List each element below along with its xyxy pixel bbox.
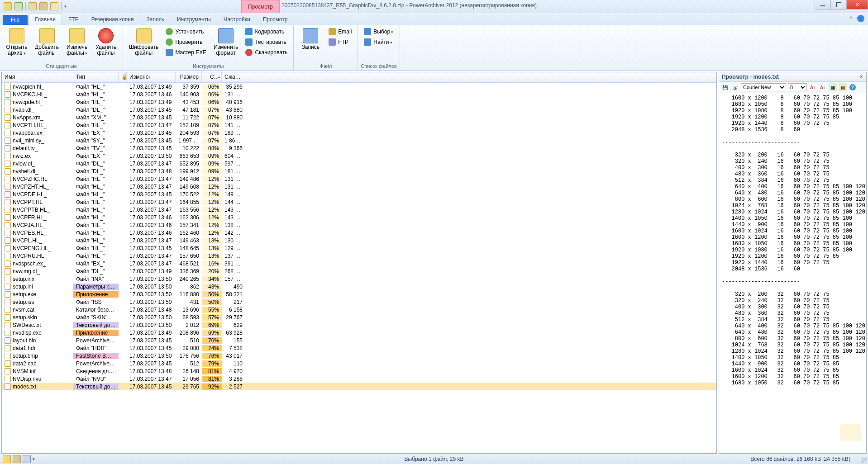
encrypt-files[interactable]: Шифроватьфайлы — [126, 26, 162, 62]
ribbon-minimize-icon[interactable]: ^ — [847, 15, 854, 22]
table-row[interactable]: NvApps.xm_Файл "XM_"17.03.2007 13:4511 7… — [2, 114, 716, 121]
exe-wizard[interactable]: Мастер EXE — [162, 47, 210, 57]
qat-icon[interactable] — [14, 2, 23, 10]
ribbon-tab[interactable]: Резервная копия — [85, 14, 140, 25]
col-lock[interactable]: 🔒 — [119, 72, 127, 82]
table-row[interactable]: modes.txtТекстовый док...17.03.2007 13:4… — [2, 383, 716, 390]
table-row[interactable]: NVCPZHC.HL_Файл "HL_"17.03.2007 13:47149… — [2, 175, 716, 183]
preview-help-icon[interactable]: ? — [849, 83, 857, 91]
table-row[interactable]: data1.hdrФайл "HDR"17.03.2007 13:4529 08… — [2, 344, 716, 352]
table-row[interactable]: NVCPDE.HL_Файл "HL_"17.03.2007 13:45170 … — [2, 190, 716, 198]
verify[interactable]: Проверить — [162, 37, 210, 47]
table-row[interactable]: nvwcpde.hl_Файл "HL_"17.03.2007 13:4943 … — [2, 98, 716, 106]
qat-dropdown-icon[interactable]: ▾ — [64, 4, 67, 9]
col-size[interactable]: Размер — [176, 72, 202, 82]
col-ratio[interactable]: С... — [202, 72, 222, 82]
table-row[interactable]: nview.dl_Файл "DL_"17.03.2007 13:47652 8… — [2, 160, 716, 167]
table-row[interactable]: layout.binPowerArchiver I...17.03.2007 1… — [2, 336, 716, 344]
table-row[interactable]: NVCPPT.HL_Файл "HL_"17.03.2007 13:47164 … — [2, 198, 716, 206]
table-row[interactable]: nv4_mini.sy_Файл "SY_"17.03.2007 13:451 … — [2, 137, 716, 144]
ribbon-tab[interactable]: Главная — [29, 14, 62, 25]
qat-icon[interactable] — [50, 2, 58, 10]
table-row[interactable]: nvappbar.ex_Файл "EX_"17.03.2007 13:4520… — [2, 129, 716, 137]
burn[interactable]: Запись — [296, 26, 324, 62]
email[interactable]: Email — [325, 27, 355, 37]
table-row[interactable]: NVCPL.HL_Файл "HL_"17.03.2007 13:47149 4… — [2, 237, 716, 244]
preview-title[interactable]: Просмотр - modes.txt × — [719, 72, 866, 82]
table-row[interactable]: setup.inxФайл "INX"17.03.2007 13:50240 2… — [2, 275, 716, 283]
table-row[interactable]: NVCPFR.HL_Файл "HL_"17.03.2007 13:46163 … — [2, 213, 716, 221]
table-row[interactable]: nvdspsch.ex_Файл "EX_"17.03.2007 13:4746… — [2, 260, 716, 267]
ribbon-tab[interactable]: Запись — [140, 14, 171, 25]
table-row[interactable]: NVDisp.nvuФайл "NVU"17.03.2007 13:4717 0… — [2, 375, 716, 383]
table-row[interactable]: NVCPES.HL_Файл "HL_"17.03.2007 13:46162 … — [2, 229, 716, 237]
change-format[interactable]: Изменитьформат — [210, 26, 241, 62]
ribbon-tab[interactable]: Настройки — [217, 14, 257, 25]
table-row[interactable]: NVCPTH.HL_Файл "HL_"17.03.2007 13:47152 … — [2, 121, 716, 129]
view-mode-icon[interactable]: ▤ — [839, 83, 847, 91]
extract-files[interactable]: Извлечьфайлы — [63, 26, 91, 62]
table-row[interactable]: NVCPZHT.HL_Файл "HL_"17.03.2007 13:47149… — [2, 183, 716, 190]
titlebar[interactable]: ▾ Просмотр 20070320085138437_R55_Graphic… — [0, 0, 868, 13]
preview-save-icon[interactable]: 💾 — [721, 83, 729, 91]
table-row[interactable]: SWDesc.txtТекстовый док...17.03.2007 13:… — [2, 321, 716, 329]
maximize-button[interactable] — [830, 0, 847, 9]
table-row[interactable]: NVCPJA.HL_Файл "HL_"17.03.2007 13:46157 … — [2, 221, 716, 229]
qat-icon[interactable] — [4, 2, 12, 10]
ribbon-tab[interactable]: Инструменты — [171, 14, 217, 25]
table-row[interactable]: nvwcplen.hl_Файл "HL_"17.03.2007 13:4937… — [2, 83, 716, 90]
font-shrink-icon[interactable]: A↓ — [819, 83, 827, 91]
table-row[interactable]: nvshell.dl_Файл "DL_"17.03.2007 13:48199… — [2, 167, 716, 175]
table-row[interactable]: nvwimg.dl_Файл "DL_"17.03.2007 13:49336 … — [2, 267, 716, 275]
font-grow-icon[interactable]: A↑ — [809, 83, 817, 91]
file-rows[interactable]: nvwcplen.hl_Файл "HL_"17.03.2007 13:4937… — [2, 83, 716, 453]
table-row[interactable]: NVCPKO.HL_Файл "HL_"17.03.2007 13:46140 … — [2, 90, 716, 98]
delete-files[interactable]: Удалитьфайлы — [92, 26, 120, 62]
preview-text[interactable]: 1600 x 1200 8 60 70 72 75 85 100 1680 x … — [719, 93, 866, 453]
close-button[interactable]: ✕ — [846, 0, 868, 9]
table-row[interactable]: nvudisp.exeПриложение17.03.2007 13:49208… — [2, 329, 716, 336]
scan[interactable]: Сканировать — [242, 47, 291, 57]
table-row[interactable]: default.tv_Файл "TV_"17.03.2007 13:4510 … — [2, 144, 716, 152]
select[interactable]: Выбор — [361, 27, 396, 37]
find[interactable]: Найти — [361, 37, 396, 47]
table-row[interactable]: nwiz.ex_Файл "EX_"17.03.2007 13:50663 65… — [2, 152, 716, 160]
file-tab[interactable]: File — [3, 15, 28, 25]
table-row[interactable]: setup.exeПриложение17.03.2007 13:50116 8… — [2, 290, 716, 298]
install[interactable]: Установить — [162, 27, 210, 37]
view-mode-icon[interactable]: ▦ — [829, 83, 837, 91]
col-modified[interactable]: Изменен — [127, 72, 176, 82]
table-row[interactable]: NVCPRU.HL_Файл "HL_"17.03.2007 13:47157 … — [2, 252, 716, 260]
status-icon[interactable] — [3, 455, 11, 463]
font-select[interactable]: Courier New — [741, 83, 786, 91]
table-row[interactable]: setup.skinФайл "SKIN"17.03.2007 13:5068 … — [2, 313, 716, 321]
table-row[interactable]: setup.iniПараметры ко...17.03.2007 13:50… — [2, 283, 716, 290]
test[interactable]: Тестировать — [242, 37, 291, 47]
ribbon-tab[interactable]: FTP — [62, 14, 85, 25]
status-dropdown-icon[interactable]: ▾ — [33, 457, 35, 461]
col-packed[interactable]: Сжаты... — [222, 72, 245, 82]
table-row[interactable]: nvapi.dl_Файл "DL_"17.03.2007 13:4547 18… — [2, 106, 716, 114]
ftp[interactable]: FTP — [325, 37, 355, 47]
preview-close-icon[interactable]: × — [858, 74, 864, 80]
add-files[interactable]: Добавитьфайлы — [32, 26, 62, 62]
table-row[interactable]: data2.cabPowerArchiver ...17.03.2007 13:… — [2, 360, 716, 367]
col-name[interactable]: Имя — [2, 72, 73, 82]
resize-grip-icon[interactable] — [861, 457, 867, 463]
col-type[interactable]: Тип — [73, 72, 119, 82]
table-row[interactable]: NVSM.infСведения для ...17.03.2007 13:48… — [2, 367, 716, 375]
qat-icon[interactable] — [29, 2, 37, 10]
table-row[interactable]: NVCPENG.HL_Файл "HL_"17.03.2007 13:45148… — [2, 244, 716, 252]
status-icon[interactable] — [23, 455, 31, 463]
table-row[interactable]: nvsm.catКаталог безоп...17.03.2007 13:48… — [2, 306, 716, 313]
font-size-select[interactable]: 8 — [788, 83, 807, 91]
status-icon[interactable] — [13, 455, 21, 463]
qat-icon[interactable] — [39, 2, 48, 10]
contextual-tab-label[interactable]: Просмотр — [241, 0, 280, 13]
table-row[interactable]: NVCPPTB.HL_Файл "HL_"17.03.2007 13:47163… — [2, 206, 716, 213]
ribbon-tab[interactable]: Просмотр — [257, 14, 294, 25]
encode[interactable]: Кодировать — [242, 27, 291, 37]
preview-print-icon[interactable]: 🖨 — [731, 83, 739, 91]
table-row[interactable]: setup.issФайл "ISS"17.03.2007 13:5043150… — [2, 298, 716, 306]
help-icon[interactable]: ? — [857, 15, 864, 22]
